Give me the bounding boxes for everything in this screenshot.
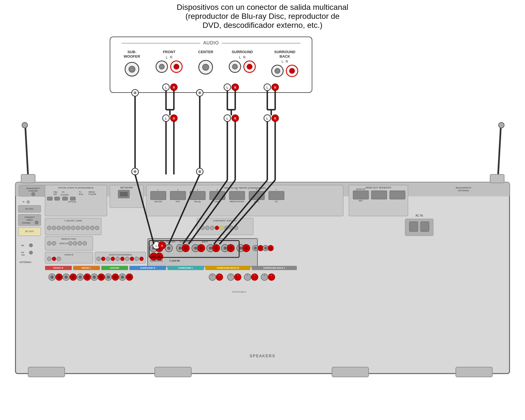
svg-point-137 [158, 246, 161, 250]
svg-point-125 [125, 257, 129, 261]
svg-text:+: + [264, 274, 265, 277]
svg-point-111 [83, 241, 87, 245]
svg-text:COAXIAL: COAXIAL [60, 194, 69, 196]
svg-text:HDMI OUT 4K/HDCP2: HDMI OUT 4K/HDCP2 [366, 186, 391, 189]
svg-point-148 [182, 244, 189, 252]
svg-point-96 [210, 226, 214, 230]
svg-rect-56 [146, 185, 343, 216]
svg-point-19 [29, 244, 33, 247]
svg-point-189 [50, 275, 54, 279]
svg-point-244 [132, 168, 138, 175]
svg-text:MEDIA PLAYER: MEDIA PLAYER [230, 201, 244, 203]
svg-point-53 [86, 226, 89, 230]
svg-rect-42 [120, 192, 128, 196]
svg-point-143 [158, 255, 161, 258]
svg-point-268 [198, 170, 201, 173]
front-r-label: R [170, 55, 172, 59]
svg-rect-232 [332, 367, 369, 377]
svg-rect-64 [190, 191, 205, 200]
connector-group-subwoofer: SUB-WOOFER [124, 50, 140, 77]
svg-point-140 [150, 253, 157, 260]
svg-point-49 [66, 226, 70, 230]
svg-point-200 [91, 274, 98, 280]
svg-point-201 [93, 275, 96, 279]
svg-text:REMOTE CONT.: REMOTE CONT. [62, 238, 77, 240]
svg-point-154 [207, 244, 214, 252]
svg-rect-129 [148, 239, 257, 267]
svg-point-114 [47, 257, 51, 261]
svg-text:AC IN: AC IN [416, 214, 423, 217]
main-container: Dispositivos con un conector de salida m… [0, 0, 525, 420]
rca-front-r [170, 60, 183, 73]
svg-point-136 [156, 244, 163, 252]
surround-back-lr-labels: L R [282, 60, 288, 64]
svg-rect-91 [421, 222, 429, 232]
svg-point-198 [84, 274, 91, 280]
svg-point-209 [121, 275, 124, 279]
svg-text:PLAYER: PLAYER [89, 193, 96, 195]
svg-text:6: 6 [256, 189, 257, 191]
svg-text:CBL/SAT: CBL/SAT [154, 201, 162, 203]
svg-point-54 [90, 226, 94, 230]
svg-point-156 [212, 244, 220, 252]
svg-line-300 [219, 180, 275, 244]
svg-point-276 [224, 115, 231, 122]
svg-text:STRAIGHT: STRAIGHT [24, 216, 35, 218]
svg-point-161 [229, 246, 232, 250]
connector-group-surround: SURROUND L R [229, 50, 256, 73]
svg-text:IR: IR [23, 201, 24, 203]
svg-text:BACK: BACK [202, 241, 208, 243]
surround-back-l-label: L [282, 60, 284, 64]
svg-point-191 [57, 275, 61, 279]
svg-text:75Ω: 75Ω [21, 254, 25, 256]
svg-rect-180 [129, 266, 166, 270]
svg-rect-3 [19, 185, 47, 196]
svg-text:+: + [212, 274, 213, 277]
svg-point-210 [126, 274, 133, 280]
svg-text:AUD.: AUD. [79, 193, 84, 195]
svg-rect-9 [18, 205, 41, 212]
svg-rect-236 [21, 174, 35, 183]
svg-rect-76 [269, 191, 284, 200]
svg-point-141 [152, 255, 155, 258]
svg-point-22 [29, 251, 33, 254]
surround-rca-row [229, 60, 256, 73]
svg-text:−: − [219, 274, 220, 277]
svg-point-224 [261, 274, 268, 280]
svg-point-120 [101, 257, 105, 261]
svg-point-97 [215, 226, 219, 230]
svg-point-211 [128, 275, 131, 279]
svg-text:ANTENNA: ANTENNA [19, 261, 31, 264]
svg-rect-2 [15, 191, 510, 196]
svg-rect-239 [490, 174, 504, 183]
svg-text:AUX2: AUX2 [254, 201, 259, 203]
svg-point-135 [152, 246, 155, 250]
svg-point-196 [77, 274, 84, 280]
svg-point-197 [78, 275, 82, 279]
connector-label-front: FRONT [163, 50, 176, 54]
svg-point-216 [227, 274, 234, 280]
svg-text:DIGITAL AUDIO IN (ASSIGNABLE): DIGITAL AUDIO IN (ASSIGNABLE) [58, 187, 94, 189]
svg-point-169 [259, 247, 262, 250]
svg-text:R: R [234, 117, 236, 120]
svg-text:OPTICAL: OPTICAL [68, 201, 77, 203]
svg-text:FRONT L: FRONT L [82, 267, 91, 269]
svg-point-100 [229, 226, 233, 230]
svg-point-235 [22, 122, 28, 128]
svg-text:L: L [165, 117, 167, 120]
svg-point-212 [209, 274, 216, 280]
svg-text:ANTENNA: ANTENNA [458, 189, 469, 192]
svg-text:7: 7 [276, 189, 277, 191]
svg-point-139 [167, 246, 170, 250]
connector-group-surround-back: SURROUNDBACK L R [271, 50, 298, 77]
title-line2: (reproductor de Blu-ray Disc, reproducto… [136, 12, 389, 21]
surround-back-r-label: R [286, 60, 288, 64]
svg-rect-1 [15, 182, 510, 196]
front-rca-row [156, 60, 183, 73]
svg-point-162 [237, 244, 244, 252]
svg-point-153 [199, 246, 203, 250]
svg-text:NETWORK: NETWORK [120, 186, 133, 189]
svg-text:−: − [271, 274, 272, 277]
surround-lr-labels: L R [239, 55, 245, 59]
svg-point-204 [105, 274, 112, 280]
